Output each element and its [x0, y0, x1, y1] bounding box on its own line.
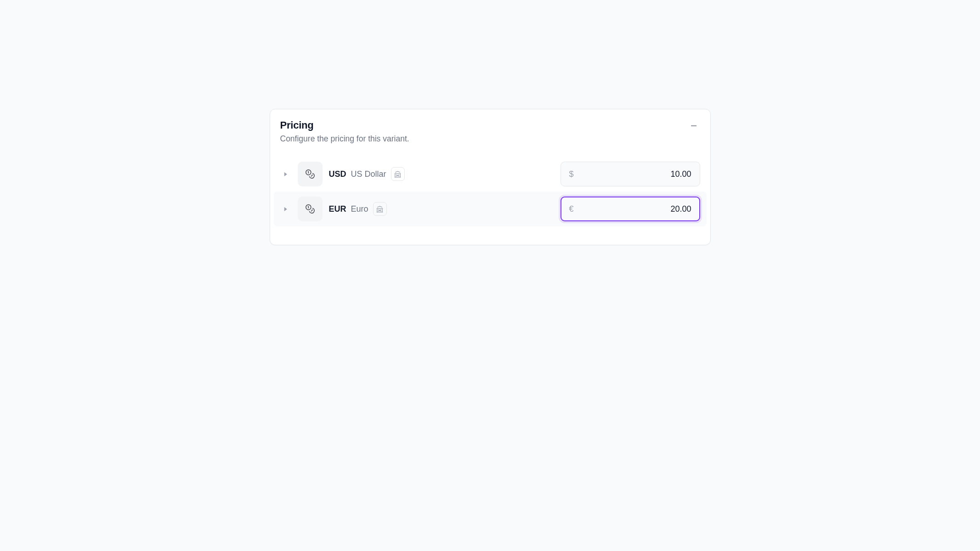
collapse-button[interactable]: [687, 119, 700, 132]
coins-icon: [305, 169, 315, 179]
card-title: Pricing: [280, 119, 409, 131]
triangle-right-icon: [283, 207, 288, 212]
tax-badge-eur[interactable]: [373, 202, 387, 216]
price-row-eur: EUR Euro €: [274, 191, 707, 226]
triangle-right-icon: [283, 172, 288, 177]
expand-toggle-usd[interactable]: [280, 169, 291, 180]
currency-code: EUR: [329, 204, 346, 214]
card-header: Pricing Configure the pricing for this v…: [270, 119, 710, 144]
tax-badge-usd[interactable]: [391, 167, 405, 181]
currency-name: US Dollar: [351, 169, 386, 179]
currency-symbol: $: [569, 169, 574, 179]
price-row-usd: USD US Dollar $: [274, 157, 707, 191]
price-input-eur[interactable]: [574, 204, 691, 214]
price-input-wrap-eur[interactable]: €: [561, 197, 700, 221]
override-button-eur[interactable]: [298, 197, 323, 221]
building-tax-icon: [376, 205, 384, 213]
currency-info-eur: EUR Euro: [329, 202, 554, 216]
building-tax-icon: [394, 170, 402, 178]
price-input-usd[interactable]: [574, 169, 691, 179]
card-subtitle: Configure the pricing for this variant.: [280, 134, 409, 144]
price-rows: USD US Dollar $ EUR Euro: [270, 157, 710, 226]
currency-symbol: €: [569, 204, 574, 214]
expand-toggle-eur[interactable]: [280, 203, 291, 214]
price-input-wrap-usd[interactable]: $: [561, 162, 700, 186]
override-button-usd[interactable]: [298, 162, 323, 186]
minus-icon: [690, 122, 698, 130]
coins-icon: [305, 204, 315, 214]
currency-name: Euro: [351, 204, 368, 214]
currency-code: USD: [329, 169, 346, 179]
card-header-text: Pricing Configure the pricing for this v…: [280, 119, 409, 144]
currency-info-usd: USD US Dollar: [329, 167, 554, 181]
pricing-card: Pricing Configure the pricing for this v…: [270, 109, 711, 245]
